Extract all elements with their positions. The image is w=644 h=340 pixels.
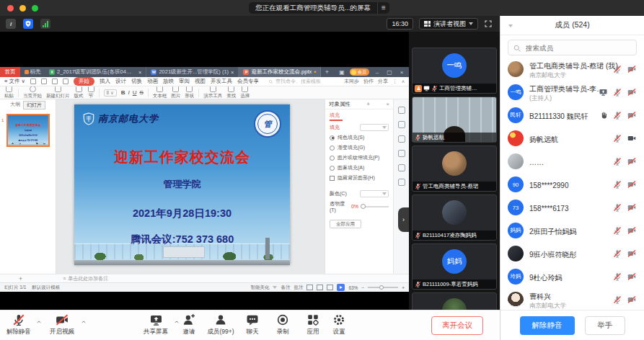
menu-tab-animation[interactable]: 动画 (147, 78, 158, 85)
camera-muted-icon[interactable] (627, 295, 637, 304)
wps-close-button[interactable]: × (397, 69, 406, 76)
member-row[interactable]: …… (500, 150, 644, 173)
find-button[interactable]: 查找 (226, 86, 236, 99)
camera-muted-icon[interactable] (627, 226, 637, 235)
slide-canvas[interactable]: 南京邮电大学 管 迎新工作家校交流会 管理学院 2021年9月28日19:30 … (56, 99, 325, 274)
menu-tab-member[interactable]: 会员专享 (237, 78, 259, 85)
beautify-button[interactable]: 智能美化 (250, 285, 269, 291)
minimize-window-button[interactable] (19, 5, 26, 12)
comments-toggle[interactable]: 批注 (294, 285, 303, 291)
member-row[interactable]: 曹科兴南京邮电大学 (500, 288, 644, 311)
member-row[interactable]: 妈妈 2班田子怡妈妈 (500, 219, 644, 242)
layout-button[interactable]: 版式 (74, 86, 84, 99)
unmute-all-button[interactable]: 解除静音 (520, 316, 575, 335)
tab-close-icon[interactable]: × (138, 69, 141, 76)
option-hide-background[interactable]: 隐藏背景图形(H) (325, 173, 393, 183)
record-button[interactable]: 录制 (267, 313, 299, 336)
close-window-button[interactable] (7, 5, 14, 12)
mic-muted-icon[interactable] (613, 65, 622, 73)
menu-tab-design[interactable]: 设计 (115, 78, 126, 85)
section-button[interactable]: 节 (88, 86, 94, 99)
menu-tab-home[interactable]: 开始 (74, 77, 94, 86)
option-pattern-fill[interactable]: 图案填充(A) (325, 163, 393, 173)
presentation-tools-button[interactable]: 演示工具 (203, 86, 222, 99)
view-mode-dropdown[interactable]: 演讲者视图 (419, 18, 478, 30)
chevron-up-icon[interactable] (36, 319, 42, 325)
close-panel-icon[interactable]: × (386, 101, 389, 107)
reading-view-icon[interactable] (327, 285, 333, 290)
member-row[interactable]: 管工电商类辅导员-蔡珺 (我)南京邮电大学 (500, 58, 644, 81)
mic-muted-icon[interactable] (613, 157, 622, 166)
chevron-up-icon[interactable] (81, 319, 87, 325)
wps-minimize-button[interactable]: – (373, 69, 381, 76)
menu-tab-transition[interactable]: 切换 (131, 78, 142, 85)
security-shield-icon[interactable] (23, 19, 33, 29)
new-tab-button[interactable]: + (321, 67, 332, 77)
wps-docer-tab[interactable]: 稻壳 (20, 67, 45, 77)
command-search[interactable]: 查找命令、搜索模板 (268, 78, 321, 85)
chat-button[interactable]: 聊天 (237, 313, 268, 336)
video-tile[interactable]: B21110417凌亦陶妈妈 (412, 194, 497, 241)
fill-tab[interactable]: 填充 (330, 112, 343, 121)
sorter-view-icon[interactable] (317, 285, 323, 290)
member-row[interactable]: 一鸣 工商管理类辅导员-李…(主持人) (500, 81, 644, 104)
video-tile[interactable]: 扬帆远航 (412, 97, 497, 143)
bold-button[interactable]: B (121, 89, 125, 96)
panel-collapse-handle[interactable]: › (398, 207, 409, 232)
wps-doc-tab[interactable]: W2021级新生开...管理学院) (1)× (146, 67, 239, 77)
unmute-button[interactable]: 解除静音 (1, 313, 36, 336)
mic-muted-icon[interactable] (613, 111, 622, 120)
mic-muted-icon[interactable] (613, 272, 622, 281)
camera-muted-icon[interactable] (627, 272, 637, 281)
tab-close-icon[interactable]: × (231, 69, 234, 76)
mic-muted-icon[interactable] (613, 249, 622, 258)
mic-muted-icon[interactable] (613, 88, 622, 97)
raise-hand-button[interactable]: 举手 (585, 316, 625, 335)
undo-icon[interactable] (52, 79, 58, 84)
panel-tool-icon[interactable] (398, 107, 405, 114)
collapse-panel-icon[interactable] (508, 24, 513, 27)
panel-tool-icon[interactable] (398, 121, 405, 128)
normal-view-icon[interactable] (306, 285, 313, 290)
video-tile[interactable]: 一鸣 工商管理类辅… (412, 48, 497, 94)
underline-button[interactable]: U (133, 89, 137, 96)
menu-tab-view[interactable]: 视图 (195, 78, 206, 85)
camera-on-icon[interactable] (627, 134, 637, 143)
collab-button[interactable]: 协作 (363, 78, 374, 85)
slide[interactable]: 南京邮电大学 管 迎新工作家校交流会 管理学院 2021年9月28日19:30 … (74, 104, 290, 265)
notes-toggle[interactable]: 备注 (281, 285, 290, 291)
menu-tab-review[interactable]: 审阅 (179, 78, 190, 85)
apply-all-button[interactable]: 全部应用 (330, 220, 361, 228)
member-row[interactable]: 9班小班符晓彤 (500, 242, 644, 265)
member-row[interactable]: 扬帆远航 (500, 127, 644, 150)
wps-doc-tab[interactable]: X2_2017级军训团队伍(各班04班)(1)× (45, 67, 146, 77)
camera-muted-icon[interactable] (627, 249, 637, 258)
leave-meeting-button[interactable]: 离开会议 (431, 316, 483, 335)
panel-tool-icon[interactable] (398, 164, 405, 171)
video-tile[interactable]: 妈妈 B21111009-章若萱妈妈 (412, 243, 497, 290)
paste-button[interactable]: 粘贴 (4, 86, 14, 99)
panel-tool-icon[interactable] (398, 179, 405, 186)
more-menu-icon[interactable]: ⋮ (392, 79, 397, 84)
panel-tool-icon[interactable] (398, 135, 405, 143)
slideshow-play-button[interactable] (337, 284, 345, 291)
select-button[interactable]: 选择 (240, 86, 250, 99)
zoom-out-button[interactable]: − (361, 285, 364, 290)
menu-tab-slideshow[interactable]: 放映 (163, 78, 174, 85)
italic-button[interactable]: I (128, 89, 129, 96)
camera-muted-icon[interactable] (627, 111, 637, 120)
picture-button[interactable]: 图片 (171, 86, 180, 99)
network-signal-icon[interactable] (40, 19, 50, 29)
member-row[interactable]: 73 158****6173 (500, 196, 644, 219)
member-row[interactable]: 90 158****2990 (500, 173, 644, 196)
fill-dropdown[interactable] (360, 124, 389, 131)
start-video-button[interactable]: 开启视频 (43, 313, 81, 336)
zoom-window-button[interactable] (32, 5, 38, 12)
video-tile[interactable]: 管工电商类辅导员-蔡珺 (412, 146, 497, 192)
info-icon[interactable]: i (6, 19, 16, 29)
font-size-select[interactable]: 8 ∨ (104, 89, 117, 97)
redo-icon[interactable] (63, 79, 69, 84)
member-row[interactable]: 玲妈 9杜心玲妈 (500, 265, 644, 288)
camera-muted-icon[interactable] (627, 203, 637, 212)
option-picture-fill[interactable]: 图片或纹理填充(P) (325, 153, 393, 163)
